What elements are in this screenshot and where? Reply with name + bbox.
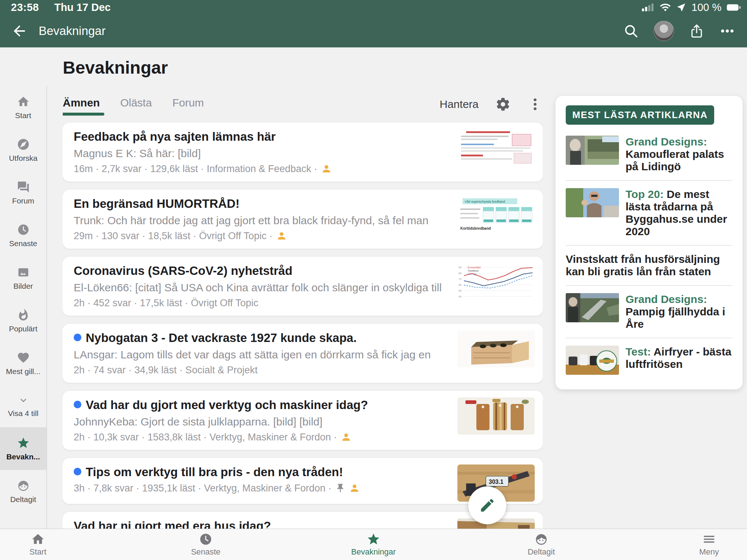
sidebar-item-bilder[interactable]: Bilder bbox=[0, 257, 46, 299]
sidebar-item-label: Start bbox=[15, 111, 31, 120]
article-list: Grand Designs: Kamouflerat palats på Lid… bbox=[566, 128, 732, 382]
article-headline: Test: Airfryer - bästa luftfritösen bbox=[626, 346, 732, 370]
article-item[interactable]: Grand Designs: Kamouflerat palats på Lid… bbox=[566, 128, 732, 180]
sidebar-item-label: Bilder bbox=[13, 282, 33, 291]
thread-meta: 16m · 2,7k svar · 129,6k läst · Informat… bbox=[74, 163, 317, 174]
unread-dot bbox=[74, 468, 81, 475]
back-icon[interactable] bbox=[11, 23, 28, 39]
svg-text:70: 70 bbox=[458, 277, 461, 281]
svg-text:Tyskland: Tyskland bbox=[468, 269, 479, 272]
sidebar-item-deltagit[interactable]: Deltagit bbox=[0, 470, 46, 513]
sidebar-item-more[interactable] bbox=[0, 513, 46, 529]
thread-snippet: LAnsgar: Lagom tills det var dags att sä… bbox=[74, 349, 444, 361]
bottomtab-label: Start bbox=[30, 547, 46, 557]
most-read-panel: MEST LÄSTA ARTIKLARNA Grand Designs: Kam… bbox=[556, 96, 743, 389]
panel-heading-badge: MEST LÄSTA ARTIKLARNA bbox=[566, 105, 714, 125]
bottomtab-bevakningar[interactable]: Bevakningar bbox=[348, 532, 399, 557]
article-headline: Grand Designs: Pampig fjällhydda i Åre bbox=[626, 293, 732, 330]
article-item[interactable]: Top 20: De mest lästa trådarna på Byggah… bbox=[566, 180, 732, 245]
status-bar: 23:58 Thu 17 Dec 100 % bbox=[0, 0, 747, 15]
bottom-tab-bar: Start Senaste Bevakningar Deltagit Meny bbox=[0, 529, 747, 560]
gear-icon[interactable] bbox=[495, 97, 511, 112]
bottomtab-senaste[interactable]: Senaste bbox=[180, 532, 231, 557]
sidebar-item-utforska[interactable]: Utforska bbox=[0, 129, 46, 171]
cutting-boards-thumb bbox=[457, 397, 535, 435]
article-item[interactable]: Test: Airfryer - bästa luftfritösen bbox=[566, 338, 732, 382]
bottomtab-label: Senaste bbox=[191, 547, 221, 557]
person-icon bbox=[276, 230, 287, 241]
tab-amnen[interactable]: Ämnen bbox=[63, 91, 100, 118]
star-icon bbox=[367, 532, 380, 546]
unread-dot bbox=[74, 401, 81, 408]
sidebar-item-label: Forum bbox=[12, 197, 34, 205]
svg-text:40: 40 bbox=[458, 295, 461, 298]
thread-meta: 2h · 74 svar · 34,9k läst · Socialt & Pr… bbox=[74, 365, 258, 376]
article-thumbnail bbox=[566, 293, 619, 322]
more-vert-icon[interactable] bbox=[527, 97, 543, 112]
pin-icon bbox=[335, 483, 345, 493]
thread-snippet: El-Löken66: [citat] Så USA och Kina avrä… bbox=[74, 281, 444, 294]
svg-text:80: 80 bbox=[458, 272, 461, 275]
sidebar-item-show-more[interactable]: Visa 4 till bbox=[0, 385, 46, 427]
thread-row[interactable]: Feedback på nya sajten lämnas här Magnus… bbox=[63, 122, 543, 182]
sidebar-item-populart[interactable]: Populärt bbox=[0, 299, 46, 342]
topic-tabs: Ämnen Olästa Forum Hantera bbox=[63, 90, 543, 118]
bottomtab-label: Deltagit bbox=[528, 547, 555, 557]
bottomtab-start[interactable]: Start bbox=[12, 532, 63, 557]
thread-title: Vad har ni gjort med era hus idag? bbox=[74, 519, 444, 529]
flame-icon bbox=[17, 308, 30, 322]
bottomtab-meny[interactable]: Meny bbox=[684, 532, 735, 557]
location-arrow-icon bbox=[676, 2, 686, 12]
broadband-table-thumb: Vårt superschyssta bredband Korttidsbred… bbox=[457, 196, 535, 233]
search-icon[interactable] bbox=[623, 23, 639, 39]
sidebar-item-start[interactable]: Start bbox=[0, 86, 46, 129]
bottomtab-label: Meny bbox=[699, 547, 719, 557]
article-item[interactable]: Grand Designs: Pampig fjällhydda i Åre bbox=[566, 285, 732, 338]
nav-title: Bevakningar bbox=[39, 24, 105, 38]
tab-olasta[interactable]: Olästa bbox=[120, 91, 152, 118]
pencil-icon bbox=[479, 497, 496, 514]
person-icon bbox=[341, 432, 352, 443]
hamburger-menu-icon bbox=[702, 532, 716, 546]
thread-thumbnail: Vårt superschyssta bredband Korttidsbred… bbox=[457, 196, 535, 233]
thread-row[interactable]: Vad har du gjort med verktyg och maskine… bbox=[63, 391, 543, 450]
thread-snippet: JohnnyKeba: Gjort de sista julklapparna.… bbox=[74, 416, 444, 428]
tab-forum[interactable]: Forum bbox=[172, 91, 204, 118]
article-thumbnail bbox=[566, 346, 619, 375]
nav-bar: Bevakningar bbox=[0, 15, 747, 47]
sidebar-item-label: Deltagit bbox=[10, 495, 36, 504]
svg-text:90: 90 bbox=[458, 266, 461, 269]
compose-fab[interactable] bbox=[468, 486, 506, 524]
app-screen: 23:58 Thu 17 Dec 100 % Bevakningar Bevak… bbox=[0, 0, 747, 560]
more-options-icon[interactable] bbox=[719, 23, 735, 39]
sidebar-item-label: Mest gill... bbox=[6, 367, 40, 376]
sidebar-item-senaste[interactable]: Senaste bbox=[0, 214, 46, 257]
image-icon bbox=[17, 266, 30, 279]
thread-snippet: Trunk: Och här trodde jag att jag gjort … bbox=[74, 214, 444, 227]
status-date: Thu 17 Dec bbox=[54, 1, 111, 13]
airfryer-test-thumb bbox=[566, 346, 619, 375]
sidebar-item-bevakningar[interactable]: Bevakn... bbox=[0, 427, 46, 470]
article-item[interactable]: Vinstskatt från husförsäljning kan bli g… bbox=[566, 245, 732, 285]
status-time: 23:58 bbox=[11, 1, 39, 13]
share-icon[interactable] bbox=[689, 23, 705, 39]
left-sidebar: Start Utforska Forum Senaste Bilder Popu… bbox=[0, 86, 47, 529]
sidebar-item-forum[interactable]: Forum bbox=[0, 171, 46, 214]
thread-row[interactable]: En begränsad HUMORTRÅD! Trunk: Och här t… bbox=[63, 190, 543, 249]
bottomtab-deltagit[interactable]: Deltagit bbox=[516, 532, 567, 557]
heart-icon bbox=[17, 351, 30, 364]
article-headline: Vinstskatt från husförsäljning kan bli g… bbox=[566, 253, 732, 278]
sidebar-item-label: Senaste bbox=[9, 239, 37, 248]
sidebar-item-label: Bevakn... bbox=[6, 452, 40, 461]
svg-text:Vårt superschyssta bredband: Vårt superschyssta bredband bbox=[465, 200, 505, 203]
thread-row[interactable]: Coronavirus (SARS-CoV-2) nyhetstråd El-L… bbox=[63, 257, 543, 316]
avatar[interactable] bbox=[654, 21, 674, 41]
clock-icon bbox=[17, 223, 30, 236]
manage-button[interactable]: Hantera bbox=[440, 98, 479, 110]
thread-row[interactable]: Nybogatan 3 - Det vackraste 1927 kunde s… bbox=[63, 324, 543, 383]
sidebar-item-mest-gillade[interactable]: Mest gill... bbox=[0, 342, 46, 385]
article-headline: Top 20: De mest lästa trådarna på Byggah… bbox=[626, 188, 732, 238]
thread-thumbnail bbox=[457, 397, 535, 435]
person-icon bbox=[349, 483, 360, 494]
thread-snippet: Magnus E K: Så här: [bild] bbox=[74, 147, 444, 160]
